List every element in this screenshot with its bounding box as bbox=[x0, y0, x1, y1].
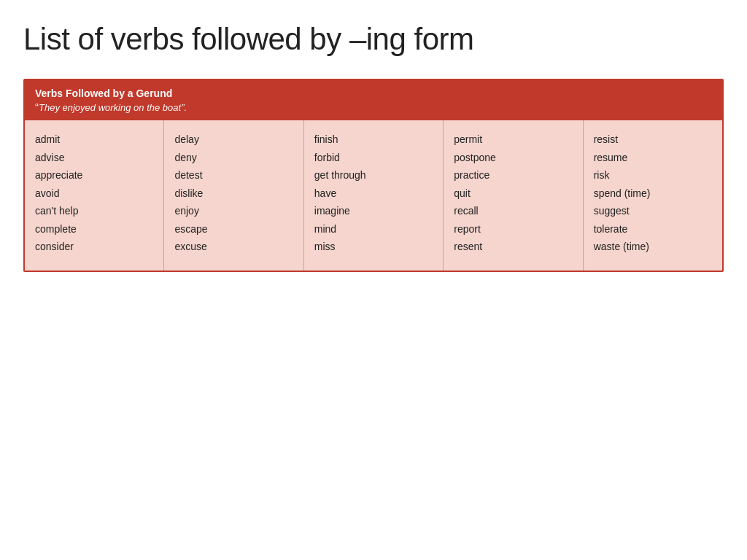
table-column-4: permitpostponepracticequitrecallreportre… bbox=[444, 120, 583, 271]
word-item: enjoy bbox=[174, 202, 293, 220]
word-item: risk bbox=[594, 166, 712, 184]
table-header: Verbs Followed by a Gerund “They enjoyed… bbox=[25, 80, 722, 120]
table-column-2: delaydenydetestdislikeenjoyescapeexcuse bbox=[164, 120, 303, 271]
word-item: get through bbox=[314, 166, 433, 184]
word-item: waste (time) bbox=[594, 238, 712, 256]
word-item: excuse bbox=[174, 238, 293, 256]
table-column-3: finishforbidget throughhaveimaginemindmi… bbox=[304, 120, 444, 271]
page-title: List of verbs followed by –ing form bbox=[23, 22, 724, 57]
word-item: detest bbox=[174, 166, 293, 184]
word-item: consider bbox=[35, 238, 153, 256]
word-item: permit bbox=[454, 131, 572, 149]
table-body: admitadviseappreciateavoidcan't helpcomp… bbox=[25, 120, 722, 271]
subtitle-text: They enjoyed working on the boat”. bbox=[39, 102, 187, 113]
word-item: escape bbox=[174, 220, 293, 238]
word-item: dislike bbox=[174, 184, 293, 203]
word-item: complete bbox=[35, 220, 153, 238]
word-item: admit bbox=[35, 131, 153, 149]
word-item: have bbox=[314, 184, 433, 203]
word-item: spend (time) bbox=[594, 184, 712, 203]
word-item: imagine bbox=[314, 202, 433, 220]
word-item: appreciate bbox=[35, 166, 153, 184]
table-column-1: admitadviseappreciateavoidcan't helpcomp… bbox=[25, 120, 164, 271]
word-item: practice bbox=[454, 166, 572, 184]
word-item: advise bbox=[35, 149, 153, 167]
word-item: suggest bbox=[594, 202, 712, 220]
word-item: quit bbox=[454, 184, 572, 203]
word-item: forbid bbox=[314, 149, 433, 167]
word-item: resent bbox=[454, 238, 572, 256]
word-item: report bbox=[454, 220, 572, 238]
word-item: finish bbox=[314, 131, 433, 149]
word-item: mind bbox=[314, 220, 433, 238]
word-item: miss bbox=[314, 238, 433, 256]
page-container: List of verbs followed by –ing form Verb… bbox=[23, 22, 724, 272]
verb-table: Verbs Followed by a Gerund “They enjoyed… bbox=[23, 79, 724, 272]
table-column-5: resistresumeriskspend (time)suggesttoler… bbox=[584, 120, 722, 271]
word-item: tolerate bbox=[594, 220, 712, 238]
word-item: postpone bbox=[454, 149, 572, 167]
table-header-subtitle: “They enjoyed working on the boat”. bbox=[35, 101, 712, 113]
word-item: recall bbox=[454, 202, 572, 220]
table-header-title: Verbs Followed by a Gerund bbox=[35, 88, 712, 99]
word-item: deny bbox=[174, 149, 293, 167]
word-item: avoid bbox=[35, 184, 153, 203]
word-item: can't help bbox=[35, 202, 153, 220]
word-item: resist bbox=[594, 131, 712, 149]
word-item: resume bbox=[594, 149, 712, 167]
word-item: delay bbox=[174, 131, 293, 149]
